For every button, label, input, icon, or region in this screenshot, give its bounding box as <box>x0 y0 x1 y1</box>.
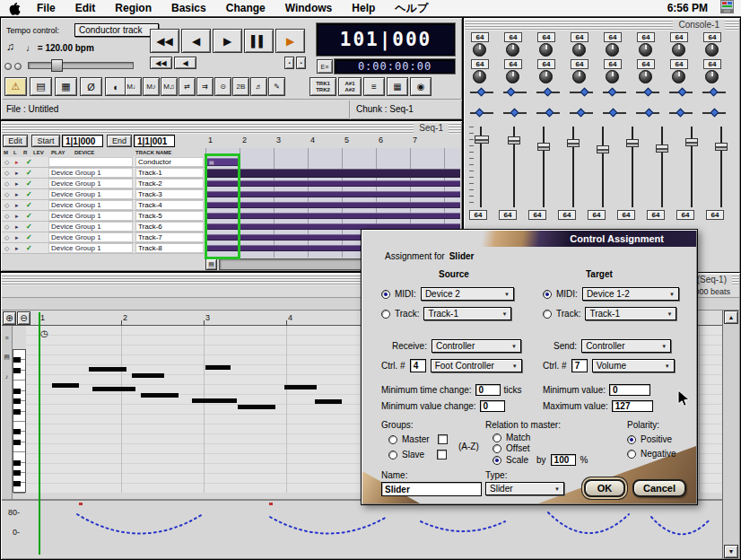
pan-slider[interactable] <box>603 109 626 118</box>
midi-note[interactable] <box>192 398 237 403</box>
slave-radio[interactable] <box>388 451 397 459</box>
min-value-field[interactable]: 0 <box>609 384 650 396</box>
midi-note[interactable] <box>52 383 79 388</box>
channel-value-badge[interactable]: 64 <box>499 210 517 220</box>
channel-fader[interactable] <box>655 127 669 207</box>
source-midi-popup[interactable]: Device 2 <box>421 287 514 301</box>
mute-icon[interactable]: ◇ <box>4 168 9 178</box>
tempo-dec-button[interactable] <box>4 63 12 70</box>
note-tool-8-icon[interactable]: ✎ <box>268 77 285 96</box>
pan-thumb[interactable] <box>577 109 586 118</box>
channel-value-badge[interactable]: 64 <box>469 210 487 220</box>
receive-popup[interactable]: Controller <box>432 339 521 353</box>
midi-note[interactable] <box>132 373 164 378</box>
channel-fader[interactable] <box>566 127 580 207</box>
menu-Region[interactable]: Region <box>115 2 152 14</box>
fader-thumb[interactable] <box>656 144 668 153</box>
right-tool-0-icon[interactable]: ≡ <box>363 77 385 96</box>
target-track-radio[interactable] <box>543 310 552 319</box>
device-cell[interactable] <box>48 157 133 167</box>
track-name-cell[interactable]: Track-7 <box>135 232 204 242</box>
tempo-slider-track[interactable] <box>28 62 134 69</box>
max-value-field[interactable]: 127 <box>612 400 653 412</box>
pan-thumb[interactable] <box>676 109 685 118</box>
channel-value-badge[interactable]: 64 <box>617 210 635 220</box>
mixer-knob[interactable] <box>572 70 586 83</box>
negative-radio[interactable] <box>627 450 636 459</box>
tempo-track-popup[interactable]: Conductor track <box>74 23 159 37</box>
device-cell[interactable]: Device Group 1 <box>48 179 133 188</box>
track-lane-bar[interactable] <box>205 180 460 187</box>
target-track-popup[interactable]: Track-1 <box>585 307 676 320</box>
loop-icon[interactable]: ▸ <box>15 200 19 210</box>
mixer-knob[interactable] <box>473 70 486 83</box>
pan-slider[interactable] <box>470 88 493 97</box>
knob-value-badge[interactable]: 64 <box>471 32 489 42</box>
rec-check-icon[interactable]: ✓ <box>26 232 32 242</box>
knob-value-badge[interactable]: 64 <box>571 32 588 42</box>
channel-fader[interactable] <box>596 127 610 207</box>
note-tool-4-icon[interactable]: ⇉ <box>196 77 214 96</box>
min-change-field[interactable]: 0 <box>480 400 505 412</box>
loop-icon[interactable]: ▸ <box>15 179 19 188</box>
app-menu-icon[interactable] <box>720 0 734 16</box>
pan-thumb[interactable] <box>678 88 687 97</box>
device-cell[interactable]: Device Group 1 <box>48 200 133 210</box>
pan-slider[interactable] <box>470 109 493 118</box>
rec-check-icon[interactable]: ✓ <box>26 157 32 167</box>
midi-note[interactable] <box>238 405 275 409</box>
menu-Change[interactable]: Change <box>226 2 266 14</box>
zoom-out-button[interactable]: ⊖ <box>17 311 31 325</box>
fader-thumb[interactable] <box>475 136 489 144</box>
transport-small-0[interactable]: ◀◀ <box>150 57 172 69</box>
track-row[interactable]: ◇▸✓Device Group 1Track-4 <box>2 200 205 211</box>
playhead[interactable] <box>39 312 40 555</box>
knob-value-badge[interactable]: 64 <box>703 59 721 69</box>
mixer-knob[interactable] <box>506 43 519 57</box>
seq-titlebar[interactable]: Seq-1 <box>2 122 461 134</box>
knob-value-badge[interactable]: 64 <box>604 32 622 42</box>
track-name-cell[interactable]: Track-4 <box>135 200 204 210</box>
rec-check-icon[interactable]: ✓ <box>26 179 32 188</box>
mixer-knob[interactable] <box>705 70 719 83</box>
clock-tool-icon[interactable]: ◷ <box>40 328 48 338</box>
pan-thumb[interactable] <box>475 109 484 118</box>
transport-button-4[interactable]: ▶ <box>275 29 305 53</box>
right-tool-1-icon[interactable]: ▦ <box>387 77 408 96</box>
mute-icon[interactable]: ◇ <box>4 243 9 253</box>
pan-slider[interactable] <box>636 88 659 97</box>
transport-button-1[interactable]: ◀ <box>181 29 211 53</box>
device-cell[interactable]: Device Group 1 <box>48 222 133 232</box>
track-lane-bar[interactable] <box>205 169 460 178</box>
tempo-slider-thumb[interactable] <box>51 59 63 72</box>
cancel-button[interactable]: Cancel <box>632 479 686 497</box>
track-row[interactable]: ◇▸✓Device Group 1Track-6 <box>2 222 205 232</box>
right-tool-2-icon[interactable]: ◉ <box>410 77 432 96</box>
track-name-cell[interactable]: Conductor <box>135 157 204 167</box>
pan-thumb[interactable] <box>608 88 617 97</box>
type-popup[interactable]: Slider <box>485 482 564 495</box>
pan-thumb[interactable] <box>710 109 719 118</box>
master-radio[interactable] <box>388 435 397 444</box>
transport-button-0[interactable]: ◀◀ <box>150 29 179 53</box>
knob-value-badge[interactable]: 64 <box>604 59 622 69</box>
mixer-knob[interactable] <box>506 70 519 83</box>
knob-value-badge[interactable]: 64 <box>537 32 555 42</box>
device-cell[interactable]: Device Group 1 <box>48 211 133 221</box>
rec-check-icon[interactable]: ✓ <box>26 168 32 178</box>
track-row[interactable]: ◇▸✓Device Group 1Track-8 <box>2 243 205 254</box>
target-ctrl-num-field[interactable]: 7 <box>571 359 588 372</box>
channel-value-badge[interactable]: 64 <box>528 210 546 220</box>
mixer-knob[interactable] <box>705 43 719 57</box>
tool-lines-icon[interactable]: ≡ <box>4 335 8 341</box>
positive-radio[interactable] <box>627 435 636 444</box>
menu-Windows[interactable]: Windows <box>285 2 333 14</box>
pan-thumb[interactable] <box>510 109 519 118</box>
channel-fader[interactable] <box>714 127 728 207</box>
knob-value-badge[interactable]: 64 <box>703 32 721 42</box>
audio-select-button[interactable]: A#1 A#2 <box>338 77 362 96</box>
pan-slider[interactable] <box>503 88 527 97</box>
mixer-knob[interactable] <box>672 43 685 57</box>
edit-button[interactable]: Edit <box>3 135 28 147</box>
pan-thumb[interactable] <box>609 109 618 118</box>
